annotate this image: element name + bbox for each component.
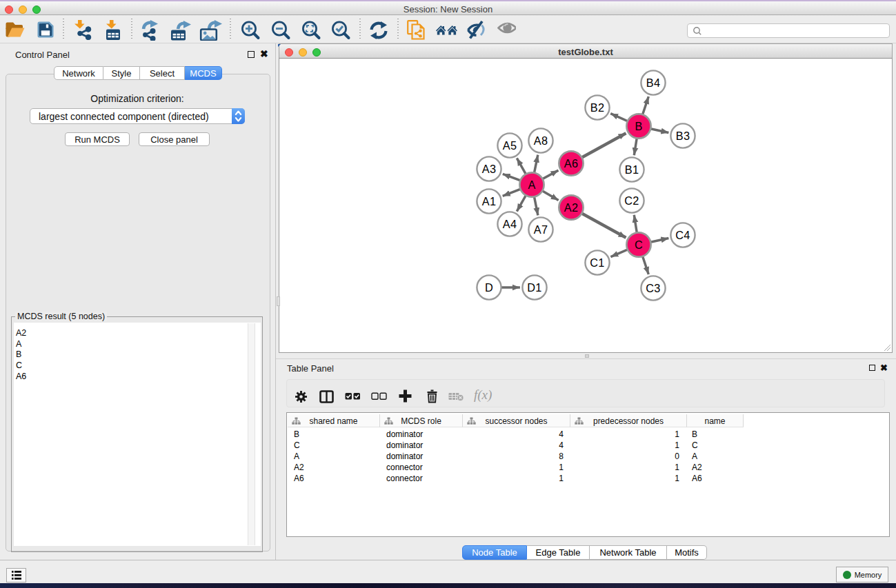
svg-text:C1: C1 xyxy=(590,256,604,269)
svg-text:A3: A3 xyxy=(482,163,497,175)
svg-text:B1: B1 xyxy=(625,163,639,176)
svg-text:A8: A8 xyxy=(534,134,548,147)
svg-text:B: B xyxy=(635,120,642,132)
svg-text:C3: C3 xyxy=(646,282,660,294)
svg-text:B2: B2 xyxy=(590,101,605,114)
svg-text:C2: C2 xyxy=(624,194,639,207)
svg-text:A2: A2 xyxy=(564,201,579,214)
svg-text:C4: C4 xyxy=(675,229,690,241)
svg-text:C: C xyxy=(635,239,643,251)
svg-text:D1: D1 xyxy=(527,281,541,294)
svg-text:A6: A6 xyxy=(564,157,579,170)
svg-text:D: D xyxy=(485,281,493,294)
svg-text:A5: A5 xyxy=(503,139,517,152)
svg-text:A7: A7 xyxy=(534,223,548,236)
svg-text:A1: A1 xyxy=(482,195,497,207)
svg-text:A4: A4 xyxy=(503,218,517,230)
svg-text:B4: B4 xyxy=(646,77,661,89)
svg-text:A: A xyxy=(528,179,535,191)
svg-text:B3: B3 xyxy=(676,130,690,142)
